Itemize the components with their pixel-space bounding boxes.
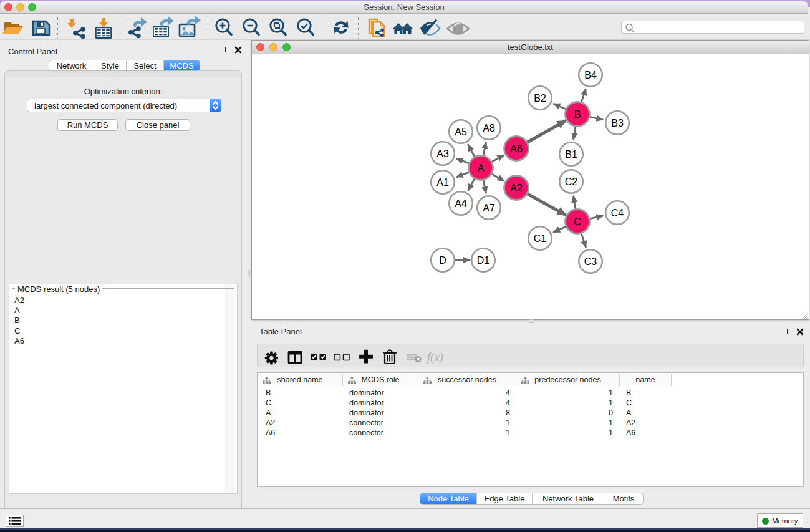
svg-text:A6: A6 [510, 143, 523, 154]
svg-text:A3: A3 [436, 148, 449, 159]
svg-text:B3: B3 [611, 118, 624, 128]
svg-text:A4: A4 [455, 198, 467, 209]
svg-text:B1: B1 [565, 149, 577, 160]
svg-text:A7: A7 [483, 203, 495, 213]
svg-text:B4: B4 [584, 70, 597, 80]
svg-text:D: D [439, 255, 446, 266]
svg-text:C1: C1 [534, 233, 547, 244]
svg-text:f(x): f(x) [427, 351, 443, 364]
svg-text:A: A [478, 163, 485, 173]
svg-text:B: B [574, 109, 581, 120]
svg-text:A5: A5 [455, 127, 467, 137]
svg-text:C2: C2 [565, 177, 578, 187]
svg-text:C3: C3 [584, 256, 597, 267]
svg-text:A2: A2 [510, 183, 523, 193]
svg-text:C4: C4 [611, 208, 624, 218]
svg-text:D1: D1 [477, 255, 490, 266]
svg-text:C: C [574, 216, 581, 227]
svg-text:A8: A8 [483, 123, 495, 133]
svg-text:A1: A1 [436, 177, 449, 188]
svg-text:B2: B2 [534, 93, 546, 104]
